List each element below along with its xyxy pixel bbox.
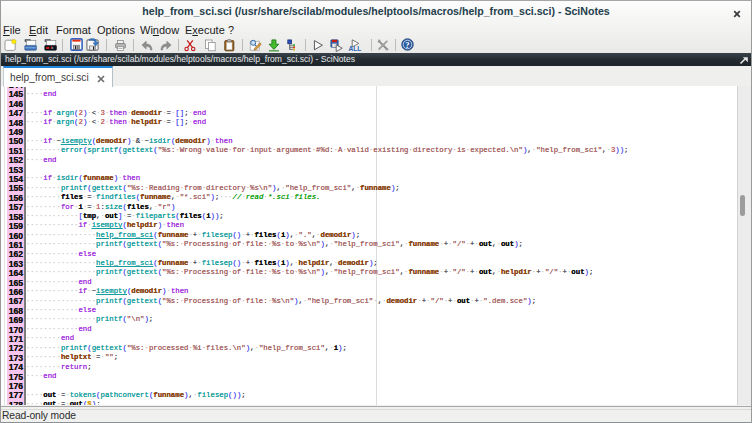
svg-text:ALL: ALL <box>349 45 362 52</box>
svg-text:?: ? <box>405 40 409 50</box>
